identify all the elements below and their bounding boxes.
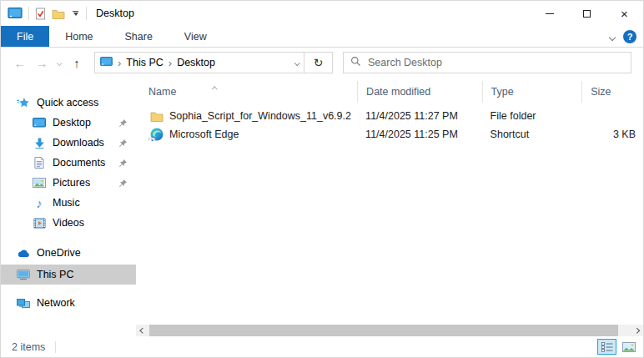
close-button[interactable]: × bbox=[606, 1, 643, 26]
sidebar-item-network[interactable]: Network bbox=[1, 293, 136, 313]
customize-qat-icon[interactable] bbox=[71, 9, 80, 18]
new-folder-qat-icon[interactable] bbox=[52, 8, 65, 19]
back-button[interactable]: ← bbox=[9, 56, 31, 70]
breadcrumb-separator: › bbox=[118, 57, 121, 69]
window-controls: × bbox=[531, 1, 643, 26]
help-button[interactable]: ? bbox=[623, 30, 636, 43]
tab-file[interactable]: File bbox=[1, 26, 49, 47]
sidebar-item-downloads[interactable]: Downloads bbox=[1, 133, 136, 153]
file-name: Microsoft Edge bbox=[169, 129, 239, 140]
sidebar-item-label: Downloads bbox=[53, 137, 104, 149]
search-box[interactable] bbox=[343, 52, 631, 73]
quick-access-star-icon bbox=[16, 97, 31, 109]
sidebar-item-videos[interactable]: Videos bbox=[1, 213, 136, 233]
file-explorer-window: Desktop × File Home Share View ? ← → ↑ ›… bbox=[0, 0, 644, 358]
maximize-button[interactable] bbox=[568, 1, 606, 26]
status-bar: 2 items bbox=[1, 336, 643, 357]
details-view-button[interactable] bbox=[597, 339, 616, 355]
sidebar-item-label: Documents bbox=[53, 157, 105, 169]
scroll-right-icon[interactable] bbox=[630, 325, 643, 336]
item-count: 2 items bbox=[12, 341, 45, 353]
title-bar: Desktop × bbox=[1, 1, 643, 26]
sidebar-item-label: Pictures bbox=[53, 177, 90, 189]
column-header-name[interactable]: Name bbox=[136, 81, 357, 103]
column-header-type[interactable]: Type bbox=[482, 81, 582, 103]
sort-ascending-icon[interactable] bbox=[213, 82, 217, 93]
onedrive-icon bbox=[16, 249, 31, 258]
sidebar-item-this-pc[interactable]: This PC bbox=[1, 265, 136, 285]
downloads-icon bbox=[32, 138, 47, 149]
scroll-left-icon[interactable] bbox=[136, 325, 149, 336]
sidebar-item-label: This PC bbox=[37, 269, 73, 280]
forward-button[interactable]: → bbox=[31, 56, 53, 70]
breadcrumb-desktop[interactable]: Desktop bbox=[177, 57, 215, 68]
network-icon bbox=[16, 298, 31, 309]
sidebar-item-label: OneDrive bbox=[37, 247, 81, 259]
videos-icon bbox=[32, 218, 47, 229]
window-title: Desktop bbox=[96, 8, 134, 19]
sidebar-item-documents[interactable]: Documents bbox=[1, 153, 136, 173]
address-bar[interactable]: › This PC › Desktop bbox=[94, 52, 304, 73]
expand-ribbon-icon[interactable] bbox=[610, 31, 615, 43]
status-separator bbox=[55, 341, 56, 353]
navigation-bar: ← → ↑ › This PC › Desktop ↻ bbox=[1, 48, 643, 78]
tab-home[interactable]: Home bbox=[49, 26, 108, 47]
toolbar-separator bbox=[28, 7, 29, 20]
file-row-sophia-script-folder[interactable]: Sophia_Script_for_Windows_11_v6.9.2 11/4… bbox=[136, 107, 643, 125]
pin-icon bbox=[118, 159, 128, 168]
pin-icon bbox=[118, 179, 128, 188]
explorer-window-icon bbox=[8, 8, 23, 19]
sidebar-item-onedrive[interactable]: OneDrive bbox=[1, 243, 136, 263]
toolbar-separator bbox=[86, 7, 87, 20]
details-view-icon bbox=[601, 342, 613, 352]
edge-shortcut-icon bbox=[149, 128, 164, 141]
sidebar-item-quick-access[interactable]: Quick access bbox=[1, 93, 136, 113]
file-type: File folder bbox=[482, 110, 582, 122]
pin-icon bbox=[118, 139, 128, 148]
file-date-modified: 11/4/2025 11:25 PM bbox=[357, 129, 482, 140]
thumbnail-view-button[interactable] bbox=[619, 339, 638, 355]
tab-share[interactable]: Share bbox=[109, 26, 169, 47]
file-row-microsoft-edge[interactable]: Microsoft Edge 11/4/2025 11:25 PM Shortc… bbox=[136, 125, 643, 144]
breadcrumb-this-pc[interactable]: This PC bbox=[126, 57, 163, 68]
horizontal-scrollbar[interactable] bbox=[136, 325, 643, 336]
recent-locations-icon[interactable] bbox=[53, 61, 66, 65]
sidebar-item-label: Videos bbox=[53, 217, 84, 229]
quick-access-toolbar: Desktop bbox=[1, 7, 134, 20]
pictures-icon bbox=[32, 178, 47, 188]
music-icon: ♪ bbox=[32, 197, 47, 209]
file-list-pane: Name Date modified Type Size Sophia_Scri… bbox=[136, 78, 643, 336]
refresh-button[interactable]: ↻ bbox=[304, 52, 333, 73]
minimize-icon bbox=[546, 13, 554, 14]
ribbon-tab-bar: File Home Share View ? bbox=[1, 26, 643, 48]
sidebar-item-label: Music bbox=[53, 197, 80, 209]
sidebar-item-label: Desktop bbox=[53, 117, 91, 129]
file-type: Shortcut bbox=[482, 129, 582, 140]
sidebar-item-label: Quick access bbox=[37, 97, 98, 108]
sidebar-item-label: Network bbox=[37, 297, 75, 309]
pin-icon bbox=[118, 118, 128, 128]
search-input[interactable] bbox=[368, 57, 624, 68]
sidebar-item-desktop[interactable]: Desktop bbox=[1, 113, 136, 133]
scrollbar-thumb[interactable] bbox=[149, 325, 618, 336]
folder-icon bbox=[149, 109, 164, 123]
column-header-row: Name Date modified Type Size bbox=[136, 81, 643, 103]
desktop-icon bbox=[32, 118, 47, 129]
column-header-size[interactable]: Size bbox=[581, 81, 643, 103]
documents-icon bbox=[32, 157, 47, 169]
maximize-icon bbox=[583, 10, 591, 18]
this-pc-icon bbox=[16, 270, 31, 280]
tab-view[interactable]: View bbox=[169, 26, 223, 47]
file-date-modified: 11/4/2025 11:27 PM bbox=[357, 110, 482, 122]
column-header-date-modified[interactable]: Date modified bbox=[357, 81, 482, 103]
up-button[interactable]: ↑ bbox=[66, 56, 88, 70]
sidebar: Quick access Desktop Downloads bbox=[1, 78, 136, 336]
address-dropdown-icon[interactable] bbox=[295, 61, 299, 65]
minimize-button[interactable] bbox=[531, 1, 568, 26]
search-icon bbox=[350, 56, 361, 69]
sidebar-item-music[interactable]: ♪ Music bbox=[1, 193, 136, 213]
sidebar-item-pictures[interactable]: Pictures bbox=[1, 173, 136, 193]
breadcrumb-separator: › bbox=[169, 57, 172, 69]
location-icon bbox=[100, 57, 113, 69]
properties-qat-icon[interactable] bbox=[35, 8, 46, 20]
